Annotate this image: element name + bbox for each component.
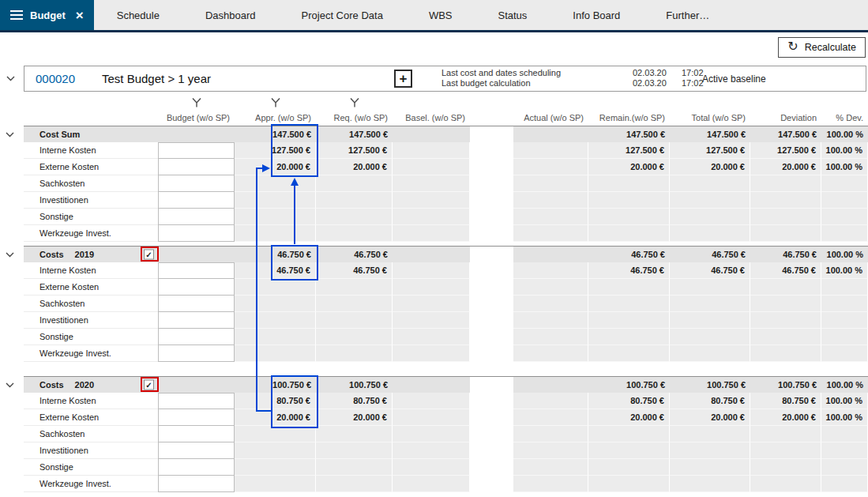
cell-appr <box>235 426 316 442</box>
budget-input-cell[interactable] <box>158 426 235 442</box>
cell-total <box>670 209 750 225</box>
row-label-cell: Sachkosten <box>24 296 158 312</box>
budget-input-cell[interactable] <box>158 329 235 345</box>
group-label-cell: Costs2020✓ <box>24 377 158 393</box>
tab-info-board[interactable]: Info Board <box>550 0 643 30</box>
cell-total: 46.750 € <box>670 262 750 279</box>
cell-actual <box>513 175 588 192</box>
project-collapse-chevron-icon[interactable] <box>6 75 16 82</box>
group-checkbox[interactable]: ✓ <box>144 380 154 390</box>
tab-wbs[interactable]: WBS <box>406 0 475 30</box>
header-basel: Basel. (w/o SP) <box>393 96 470 126</box>
tab-schedule[interactable]: Schedule <box>94 0 182 30</box>
cell-remain: 20.000 € <box>588 409 670 426</box>
cell-basel <box>393 345 470 362</box>
tab-dashboard[interactable]: Dashboard <box>182 0 279 30</box>
budget-input-cell[interactable] <box>158 296 235 312</box>
filter-icon[interactable] <box>191 97 201 108</box>
cell-remain <box>588 175 670 192</box>
budget-input-cell[interactable] <box>158 159 235 175</box>
cell-remain: 46.750 € <box>588 247 670 262</box>
cell-total <box>670 442 750 459</box>
menu-icon[interactable] <box>10 10 23 20</box>
budget-input-cell[interactable] <box>158 192 235 209</box>
tab-further[interactable]: Further… <box>643 0 732 30</box>
table-row: Sonstige <box>24 459 868 476</box>
add-button[interactable]: + <box>394 70 412 88</box>
cell-gap <box>470 377 513 393</box>
collapse-chevron-icon[interactable] <box>5 251 15 258</box>
filter-icon[interactable] <box>270 97 280 108</box>
budget-input-cell[interactable] <box>158 345 235 362</box>
table-row: Sonstige <box>24 329 868 345</box>
row-label-cell: Sachkosten <box>24 175 158 192</box>
budget-input-cell[interactable] <box>158 225 235 242</box>
cell-basel <box>393 329 470 345</box>
budget-input-cell[interactable] <box>158 175 235 192</box>
cell-req <box>316 345 393 362</box>
cell-remain <box>588 459 670 476</box>
project-id[interactable]: 000020 <box>36 72 75 85</box>
cell-actual <box>513 393 588 409</box>
cell-deviation: 46.750 € <box>750 247 821 262</box>
cell-remain: 80.750 € <box>588 393 670 409</box>
cell-appr <box>235 209 316 225</box>
header-appr: Appr. (w/o SP) <box>235 96 316 126</box>
cell-pdev <box>821 209 868 225</box>
cell-deviation <box>750 279 821 296</box>
close-icon[interactable]: × <box>76 9 84 22</box>
cell-actual <box>513 459 588 476</box>
header-label: % Dev. <box>836 113 863 122</box>
cell-req <box>316 312 393 329</box>
cell-appr <box>235 296 316 312</box>
cell-remain: 20.000 € <box>588 159 670 175</box>
cell-total <box>670 225 750 242</box>
cell-req <box>316 209 393 225</box>
collapse-chevron-icon[interactable] <box>5 382 15 389</box>
budget-input-cell[interactable] <box>158 459 235 476</box>
cell-pdev <box>821 175 868 192</box>
tab-budget[interactable]: Budget × <box>0 0 94 30</box>
table-row: Werkzeuge Invest. <box>24 345 868 362</box>
cell-gap <box>470 126 513 142</box>
group-checkbox[interactable]: ✓ <box>144 250 154 260</box>
cell-appr <box>235 225 316 242</box>
row-label-cell: Werkzeuge Invest. <box>24 476 158 492</box>
row-label-cell: Interne Kosten <box>24 142 158 159</box>
budget-input-cell[interactable] <box>158 279 235 296</box>
cell-req: 20.000 € <box>316 409 393 426</box>
cell-budget <box>158 377 235 393</box>
cell-gap <box>470 442 513 459</box>
filter-icon[interactable] <box>349 97 359 108</box>
cell-req <box>316 459 393 476</box>
budget-input-cell[interactable] <box>158 312 235 329</box>
cell-deviation: 100.750 € <box>750 377 821 393</box>
cell-actual <box>513 209 588 225</box>
cell-budget <box>158 247 235 262</box>
tab-status[interactable]: Status <box>475 0 550 30</box>
cell-actual <box>513 409 588 426</box>
budget-input-cell[interactable] <box>158 476 235 492</box>
budget-input-cell[interactable] <box>158 142 235 159</box>
cell-basel <box>393 225 470 242</box>
collapse-chevron-icon[interactable] <box>5 131 15 138</box>
cell-pdev: 100.00 % <box>821 377 868 393</box>
budget-input-cell[interactable] <box>158 442 235 459</box>
budget-input-cell[interactable] <box>158 262 235 279</box>
cell-actual <box>513 142 588 159</box>
tab-project-core-data[interactable]: Project Core Data <box>279 0 406 30</box>
cell-appr <box>235 459 316 476</box>
group-label-cell: Cost Sum <box>24 126 158 142</box>
header-req: Req. (w/o SP) <box>316 96 393 126</box>
cell-basel <box>393 459 470 476</box>
cell-total <box>670 192 750 209</box>
budget-input-cell[interactable] <box>158 409 235 426</box>
budget-input-cell[interactable] <box>158 209 235 225</box>
recalculate-button[interactable]: ↻ Recalculate <box>778 37 866 58</box>
scheduling-info: Last cost and dates scheduling 02.03.20 … <box>442 68 715 88</box>
cell-remain <box>588 345 670 362</box>
cell-deviation <box>750 442 821 459</box>
budget-input-cell[interactable] <box>158 393 235 409</box>
cell-pdev <box>821 192 868 209</box>
group-label-cell: Costs2019✓ <box>24 247 158 262</box>
